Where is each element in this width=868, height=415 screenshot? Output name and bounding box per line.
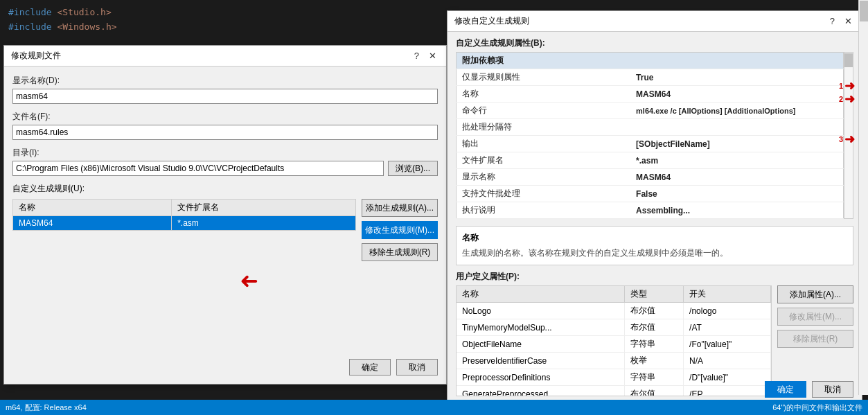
user-props-area: 名称 类型 开关 NoLogo 布尔值 /nologo xyxy=(456,285,853,396)
prop-row-name[interactable]: 名称 MASM64 xyxy=(457,86,844,103)
prop-val-cmdline: ml64.exe /c [AllOptions] [AdditionalOpti… xyxy=(630,103,843,119)
file-name-input[interactable] xyxy=(12,125,438,140)
left-dialog-title-text: 修改规则文件 xyxy=(11,50,61,62)
status-bar: m64, 配置: Release x64 64")的中间文件和输出文件 xyxy=(0,400,868,415)
user-prop-switch: N/A xyxy=(684,353,771,369)
user-col-switch: 开关 xyxy=(684,286,771,303)
table-row[interactable]: MASM64 *.asm xyxy=(13,216,356,231)
directory-input[interactable] xyxy=(12,161,384,176)
right-dialog: 修改自定义生成规则 ? ✕ 自定义生成规则属性(B): 附加依赖项 仅显示规则属… xyxy=(447,10,862,405)
left-dialog-close-button[interactable]: ✕ xyxy=(426,51,439,61)
props-section-title: 自定义生成规则属性(B): xyxy=(456,37,853,49)
prop-row-display-rule[interactable]: 仅显示规则属性 True xyxy=(457,69,844,86)
main-scrollbar[interactable] xyxy=(858,0,868,395)
user-prop-row[interactable]: GeneratePreprocessed... 布尔值 /EP xyxy=(457,386,771,397)
user-prop-switch: /Fo"[value]" xyxy=(684,336,771,353)
prop-row-fileext[interactable]: 文件扩展名 *.asm xyxy=(457,152,844,169)
annotation-3: 3 ➜ xyxy=(839,132,855,147)
prop-name-batchsupport: 支持文件批处理 xyxy=(457,186,631,202)
user-table-header: 名称 类型 开关 xyxy=(457,286,771,303)
rule-name-cell: MASM64 xyxy=(13,216,172,231)
user-prop-switch: /D"[value]" xyxy=(684,369,771,386)
directory-label: 目录(I): xyxy=(12,147,438,159)
user-prop-type: 字符串 xyxy=(624,369,683,386)
prop-name-display-rule: 仅显示规则属性 xyxy=(457,69,631,86)
annotation-2: 2 ➜ xyxy=(839,91,855,107)
user-prop-row[interactable]: ObjectFileName 字符串 /Fo"[value]" xyxy=(457,336,771,353)
status-right-text: 64")的中间文件和输出文件 xyxy=(772,403,862,413)
right-dialog-close-button[interactable]: ✕ xyxy=(842,16,855,26)
description-area: 名称 生成规则的名称。该名称在规则文件的自定义生成规则中必须是唯一的。 xyxy=(456,226,853,265)
file-name-label: 文件名(F): xyxy=(12,111,438,123)
description-text: 生成规则的名称。该名称在规则文件的自定义生成规则中必须是唯一的。 xyxy=(462,247,847,259)
right-cancel-button[interactable]: 取消 xyxy=(812,381,853,398)
right-dialog-footer: 确定 取消 xyxy=(765,381,853,398)
user-prop-row[interactable]: NoLogo 布尔值 /nologo xyxy=(457,303,771,319)
prop-val-displayname: MASM64 xyxy=(630,169,843,186)
right-dialog-help-button[interactable]: ? xyxy=(827,16,838,26)
prop-row-separator[interactable]: 批处理分隔符 xyxy=(457,119,844,136)
prop-row-batchsupport[interactable]: 支持文件批处理 False xyxy=(457,186,844,202)
user-prop-name: PreprocessorDefinitions xyxy=(457,369,624,386)
user-props-table: 名称 类型 开关 NoLogo 布尔值 /nologo xyxy=(457,286,771,396)
group-header-cell: 附加依赖项 xyxy=(457,53,844,69)
display-name-group: 显示名称(D): xyxy=(12,75,438,104)
left-cancel-button[interactable]: 取消 xyxy=(396,359,438,376)
modify-prop-button[interactable]: 修改属性(M)... xyxy=(777,308,853,326)
annotation-num-3: 3 xyxy=(839,135,843,143)
remove-prop-button[interactable]: 移除属性(R) xyxy=(777,330,853,348)
prop-name-fileext: 文件扩展名 xyxy=(457,152,631,169)
annotation-num-2: 2 xyxy=(839,95,843,103)
remove-rule-button[interactable]: 移除生成规则(R) xyxy=(362,243,438,261)
custom-rules-label: 自定义生成规则(U): xyxy=(12,183,438,195)
group-header-row: 附加依赖项 xyxy=(457,53,844,69)
user-prop-type: 布尔值 xyxy=(624,303,683,319)
add-rule-button[interactable]: 添加生成规则(A)... xyxy=(362,199,438,217)
arrow-3: ➜ xyxy=(844,132,855,147)
user-prop-row[interactable]: TinyMemoryModelSup... 布尔值 /AT xyxy=(457,319,771,336)
right-ok-button[interactable]: 确定 xyxy=(765,381,806,398)
prop-val-name: MASM64 xyxy=(630,86,843,103)
user-prop-switch: /AT xyxy=(684,319,771,336)
display-name-label: 显示名称(D): xyxy=(12,75,438,87)
prop-name-execnote: 执行说明 xyxy=(457,202,631,219)
main-scrollbar-thumb xyxy=(860,1,868,21)
left-ok-button[interactable]: 确定 xyxy=(349,359,391,376)
right-dialog-content: 自定义生成规则属性(B): 附加依赖项 仅显示规则属性 True 名称 MASM… xyxy=(448,32,862,402)
user-prop-row[interactable]: PreprocessorDefinitions 字符串 /D"[value]" xyxy=(457,369,771,386)
table-area: 名称 文件扩展名 MASM64 *.asm 添加生成规则(A)... 修改生成规… xyxy=(12,199,438,261)
user-prop-row[interactable]: PreserveIdentifierCase 枚举 N/A xyxy=(457,353,771,369)
right-dialog-controls: ? ✕ xyxy=(827,16,855,26)
prop-row-displayname[interactable]: 显示名称 MASM64 xyxy=(457,169,844,186)
user-prop-name: PreserveIdentifierCase xyxy=(457,353,624,369)
rules-table-wrapper: 名称 文件扩展名 MASM64 *.asm xyxy=(12,199,356,261)
add-prop-button[interactable]: 添加属性(A)... xyxy=(777,285,853,303)
user-props-title: 用户定义属性(P): xyxy=(456,271,853,283)
user-props-buttons: 添加属性(A)... 修改属性(M)... 移除属性(R) xyxy=(777,285,853,396)
prop-val-separator xyxy=(630,119,843,136)
prop-table: 附加依赖项 仅显示规则属性 True 名称 MASM64 命令行 ml64.ex… xyxy=(456,52,844,219)
prop-name-name: 名称 xyxy=(457,86,631,103)
prop-row-output[interactable]: 输出 [SObjectFileName] xyxy=(457,136,844,152)
left-dialog-help-button[interactable]: ? xyxy=(411,51,422,61)
user-prop-type: 布尔值 xyxy=(624,319,683,336)
file-name-group: 文件名(F): xyxy=(12,111,438,140)
prop-val-display-rule: True xyxy=(630,69,843,86)
prop-val-batchsupport: False xyxy=(630,186,843,202)
right-dialog-title-text: 修改自定义生成规则 xyxy=(454,15,529,27)
prop-row-execnote[interactable]: 执行说明 Assembling... xyxy=(457,202,844,219)
directory-group: 目录(I): 浏览(B)... xyxy=(12,147,438,176)
modify-rule-button[interactable]: 修改生成规则(M)... xyxy=(362,221,438,239)
display-name-input[interactable] xyxy=(12,89,438,104)
big-arrow-annotation: ➜ xyxy=(240,267,258,294)
user-col-name: 名称 xyxy=(457,286,624,303)
prop-name-output: 输出 xyxy=(457,136,631,152)
annotation-num-1: 1 xyxy=(839,82,843,90)
prop-row-cmdline[interactable]: 命令行 ml64.exe /c [AllOptions] [Additional… xyxy=(457,103,844,119)
browse-button[interactable]: 浏览(B)... xyxy=(388,161,438,176)
prop-val-fileext: *.asm xyxy=(630,152,843,169)
user-prop-name: TinyMemoryModelSup... xyxy=(457,319,624,336)
prop-name-displayname: 显示名称 xyxy=(457,169,631,186)
arrow-2: ➜ xyxy=(844,91,855,107)
prop-val-execnote: Assembling... xyxy=(630,202,843,219)
